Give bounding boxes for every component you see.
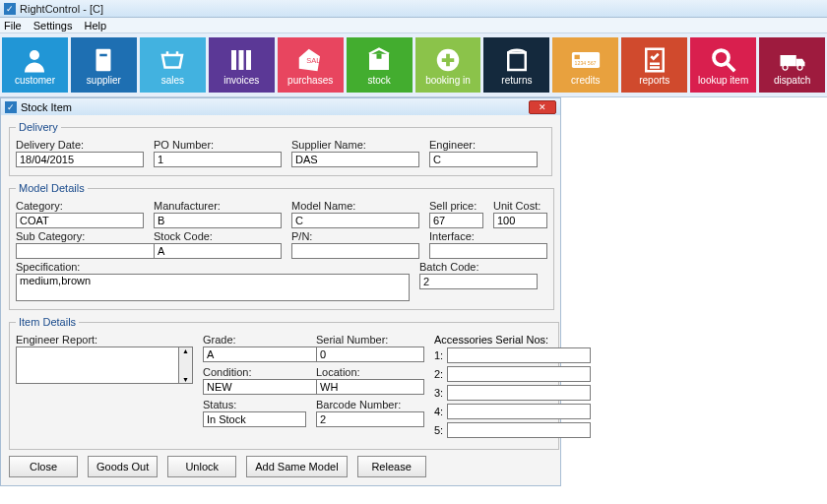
stock-code-input[interactable] <box>154 243 282 259</box>
svg-point-17 <box>797 65 802 70</box>
svg-rect-3 <box>231 50 236 70</box>
menu-help[interactable]: Help <box>84 20 106 32</box>
invoices-icon <box>226 45 256 75</box>
toolbar-invoices[interactable]: invoices <box>209 37 275 93</box>
toolbar-stock[interactable]: stock <box>347 37 413 93</box>
batch-code-input[interactable] <box>419 274 538 289</box>
close-button[interactable]: Close <box>9 456 78 477</box>
manufacturer-input[interactable] <box>154 213 282 228</box>
unit-cost-input[interactable] <box>493 213 547 228</box>
child-window-header: ✓ Stock Item ✕ <box>0 97 561 115</box>
accessory-4-input[interactable] <box>447 404 591 419</box>
svg-point-16 <box>783 65 788 70</box>
status-input[interactable] <box>203 411 306 427</box>
window-titlebar: ✓ RightControl - [C] <box>0 0 827 18</box>
sales-icon <box>158 45 187 75</box>
returns-icon <box>502 45 532 75</box>
accessory-3-input[interactable] <box>447 385 591 401</box>
svg-rect-8 <box>377 53 382 58</box>
engineer-input[interactable] <box>429 152 538 167</box>
menubar: File Settings Help <box>0 18 827 33</box>
svg-rect-10 <box>508 52 526 70</box>
close-icon[interactable]: ✕ <box>529 100 556 114</box>
supplier-icon <box>89 45 118 75</box>
release-button[interactable]: Release <box>357 456 426 477</box>
svg-point-15 <box>714 50 729 65</box>
delivery-date-input[interactable] <box>16 152 144 167</box>
model-details-group: Model Details Category: Manufacturer: Mo… <box>9 182 554 310</box>
pn-input[interactable] <box>291 243 419 259</box>
barcode-number-input[interactable] <box>316 411 424 427</box>
add-same-model-button[interactable]: Add Same Model <box>246 456 347 477</box>
stock-icon <box>364 45 394 75</box>
window-title: RightControl - [C] <box>20 3 103 15</box>
sub-category-select[interactable] <box>16 243 159 259</box>
toolbar-dispatch[interactable]: dispatch <box>759 37 825 93</box>
toolbar-returns[interactable]: returns <box>483 37 549 93</box>
svg-rect-4 <box>239 50 244 70</box>
engineer-report-input[interactable] <box>16 346 179 384</box>
child-window-title: Stock Item <box>21 101 72 113</box>
interface-input[interactable] <box>429 243 547 259</box>
toolbar-booking[interactable]: booking in <box>415 37 481 93</box>
lookup-icon <box>709 45 738 75</box>
svg-rect-12 <box>574 54 579 58</box>
location-input[interactable] <box>316 379 424 395</box>
toolbar-lookup[interactable]: lookup item <box>690 37 756 93</box>
accessory-2-input[interactable] <box>447 366 591 382</box>
sell-price-input[interactable] <box>429 213 483 228</box>
svg-rect-2 <box>100 53 108 56</box>
unlock-button[interactable]: Unlock <box>167 456 236 477</box>
po-number-input[interactable] <box>154 152 282 167</box>
toolbar-customer[interactable]: customer <box>2 37 68 93</box>
supplier-name-input[interactable] <box>291 152 419 167</box>
child-window-icon: ✓ <box>5 101 17 113</box>
accessory-5-input[interactable] <box>447 422 591 438</box>
item-details-group: Item Details Engineer Report: ▲▼ Grade:▼… <box>9 316 559 450</box>
dispatch-icon <box>778 45 807 75</box>
specification-input[interactable] <box>16 274 410 301</box>
goods-out-button[interactable]: Goods Out <box>88 456 158 477</box>
main-toolbar: customer supplier sales invoices SALEpur… <box>0 33 827 97</box>
scrollbar[interactable]: ▲▼ <box>179 346 193 384</box>
category-input[interactable] <box>16 213 144 228</box>
svg-rect-1 <box>96 48 111 71</box>
credits-icon: 1234 567 <box>571 45 601 75</box>
model-name-input[interactable] <box>291 213 419 228</box>
stock-item-form: Delivery Delivery Date: PO Number: Suppl… <box>0 115 561 486</box>
toolbar-sales[interactable]: sales <box>140 37 206 93</box>
svg-point-0 <box>30 50 39 60</box>
menu-file[interactable]: File <box>4 20 22 32</box>
booking-icon <box>433 45 463 75</box>
purchases-icon: SALE <box>295 45 325 75</box>
customer-icon <box>20 45 49 75</box>
app-icon: ✓ <box>4 3 16 15</box>
toolbar-reports[interactable]: reports <box>621 37 687 93</box>
toolbar-credits[interactable]: 1234 567credits <box>552 37 618 93</box>
menu-settings[interactable]: Settings <box>33 20 73 32</box>
svg-text:SALE: SALE <box>306 55 325 64</box>
toolbar-purchases[interactable]: SALEpurchases <box>278 37 344 93</box>
reports-icon <box>640 45 669 75</box>
svg-rect-5 <box>246 50 251 70</box>
svg-text:1234 567: 1234 567 <box>574 60 596 66</box>
accessory-1-input[interactable] <box>447 347 591 363</box>
delivery-group: Delivery Delivery Date: PO Number: Suppl… <box>9 121 552 176</box>
toolbar-supplier[interactable]: supplier <box>71 37 137 93</box>
serial-number-input[interactable] <box>316 346 424 362</box>
